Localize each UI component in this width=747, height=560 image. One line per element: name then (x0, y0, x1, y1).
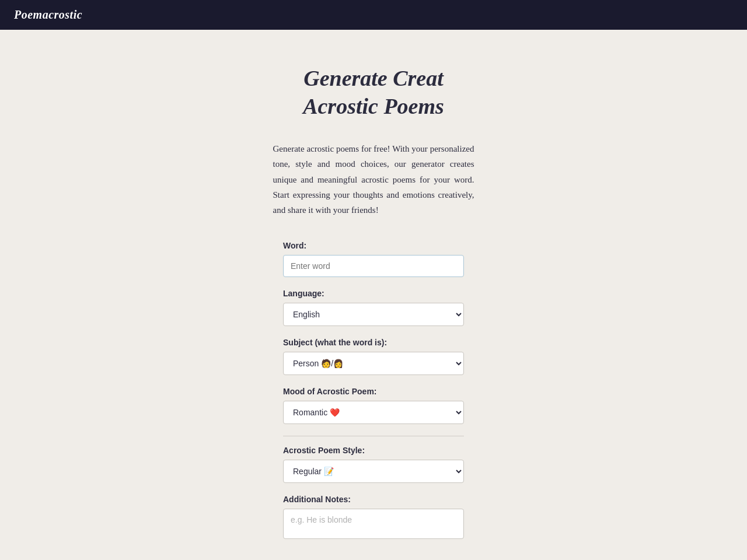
mood-group: Mood of Acrostic Poem: Romantic ❤️ Happy… (283, 387, 464, 424)
main-content: Generate Creat Acrostic Poems Generate a… (140, 30, 607, 560)
mood-select[interactable]: Romantic ❤️ Happy 😊 Sad 😢 Inspirational … (283, 401, 464, 424)
word-input[interactable] (283, 255, 464, 277)
mood-label: Mood of Acrostic Poem: (283, 387, 464, 396)
language-group: Language: English Spanish French German … (283, 289, 464, 326)
notes-group: Additional Notes: (283, 495, 464, 541)
poem-form: Word: Language: English Spanish French G… (283, 241, 464, 560)
page-title: Generate Creat Acrostic Poems (303, 65, 444, 120)
word-group: Word: (283, 241, 464, 277)
style-select[interactable]: Regular 📝 Haiku 🌸 Sonnet 📜 Free Verse 🖊️ (283, 460, 464, 483)
language-label: Language: (283, 289, 464, 298)
form-divider (283, 436, 464, 436)
style-group: Acrostic Poem Style: Regular 📝 Haiku 🌸 S… (283, 446, 464, 483)
notes-label: Additional Notes: (283, 495, 464, 504)
word-label: Word: (283, 241, 464, 250)
notes-textarea[interactable] (283, 509, 464, 539)
page-description: Generate acrostic poems for free! With y… (273, 141, 474, 218)
subject-label: Subject (what the word is): (283, 338, 464, 347)
navbar: Poemacrostic (0, 0, 747, 30)
subject-select[interactable]: Person 🧑/👩 Animal 🐾 Place 🌍 Thing 🎁 Abst… (283, 352, 464, 375)
language-select[interactable]: English Spanish French German Italian Po… (283, 303, 464, 326)
brand-logo[interactable]: Poemacrostic (14, 8, 82, 22)
subject-group: Subject (what the word is): Person 🧑/👩 A… (283, 338, 464, 375)
style-label: Acrostic Poem Style: (283, 446, 464, 455)
